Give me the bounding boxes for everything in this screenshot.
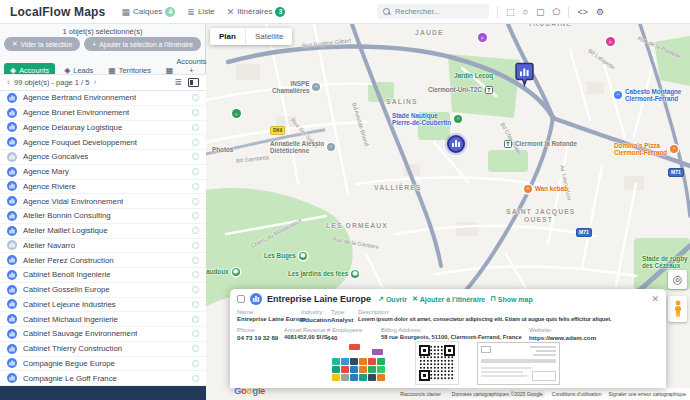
list-item[interactable]: Agence Bertrand Environnement [0, 91, 206, 106]
selection-actions: ✕Vider la sélection +Ajouter la sélectio… [0, 37, 205, 51]
panel-fields-row2: Phone:04 73 19 32 89 Annual Revenue:4081… [237, 327, 659, 341]
shortcuts-link[interactable]: Raccourcis clavier [398, 390, 443, 398]
itineraires-button[interactable]: ✕ Itinéraires 3 [227, 7, 286, 17]
list-item[interactable]: Agence Riviere [0, 180, 206, 195]
select-radio[interactable] [192, 271, 199, 278]
select-radio[interactable] [192, 212, 199, 219]
poi-icon: ◦ [670, 145, 678, 153]
company-logo-icon [7, 240, 17, 250]
map-type-satellite[interactable]: Satellite [245, 28, 292, 45]
open-link[interactable]: ↗Ouvrir [378, 295, 407, 303]
list-item[interactable]: Agence Fouquet Developpement [0, 135, 206, 150]
search-input[interactable]: Rechercher... [377, 4, 489, 19]
select-radio[interactable] [192, 124, 199, 131]
list-item[interactable]: Cabinet Sauvage Environnement [0, 327, 206, 342]
qr-code-image[interactable] [415, 341, 459, 385]
poi-montaudoux: de Montaudoux ❀ [206, 268, 240, 276]
select-radio[interactable] [192, 198, 199, 205]
company-logo-icon [7, 299, 17, 309]
select-radio[interactable] [192, 153, 199, 160]
report-error-link[interactable]: Signaler une erreur cartographique [608, 391, 686, 397]
company-logo-icon [7, 344, 17, 354]
list-item[interactable]: Agence Vidal Environnement [0, 194, 206, 209]
list-item[interactable]: Compagnie Le Goff France [0, 371, 206, 386]
select-radio[interactable] [192, 301, 199, 308]
card-view-icon[interactable] [188, 78, 199, 87]
company-checkbox[interactable] [237, 295, 245, 303]
company-logo-icon [7, 270, 17, 280]
list-item[interactable]: Cabinet Benoit Ingenierie [0, 268, 206, 283]
select-radio[interactable] [192, 109, 199, 116]
prev-page-button[interactable]: ‹ [7, 78, 10, 87]
list-item[interactable]: Agence Brunet Environnement [0, 106, 206, 121]
liste-button[interactable]: ≣ Liste [187, 7, 214, 17]
terms-link[interactable]: Conditions d'utilisation [552, 391, 602, 397]
map-type-plan[interactable]: Plan [210, 28, 245, 45]
calques-button[interactable]: ▦ Calques 4 [121, 7, 175, 17]
poi-wan-kebab: ◦ Wan kebab [524, 185, 568, 193]
app-title: LocalFlow Maps [10, 5, 105, 19]
company-marker[interactable] [447, 135, 465, 153]
company-logo-icon [7, 358, 17, 368]
invoice-document-image[interactable] [477, 342, 560, 385]
circle-draw-icon[interactable]: ○ [523, 7, 528, 17]
sidebar-footer-bar [0, 386, 206, 400]
list-item[interactable]: Atelier Navarro [0, 239, 206, 254]
rectangle-draw-icon[interactable]: ▢ [536, 7, 545, 17]
list-item[interactable]: Cabinet Michaud Ingenierie [0, 312, 206, 327]
list-item[interactable]: Agence Mary [0, 165, 206, 180]
select-radio[interactable] [192, 360, 199, 367]
poi-icon-pink[interactable]: ▫ [606, 37, 615, 46]
select-radio[interactable] [192, 183, 199, 190]
list-item[interactable]: Cabinet Thierry Construction [0, 342, 206, 357]
selected-company-pin[interactable] [515, 62, 534, 87]
select-radio[interactable] [192, 242, 199, 249]
gear-icon[interactable]: ⚙ [596, 7, 604, 17]
select-radio[interactable] [192, 94, 199, 101]
company-name: Entreprise Laine Europe [267, 294, 371, 304]
company-logo-icon [7, 152, 17, 162]
select-radio[interactable] [192, 139, 199, 146]
polygon-draw-icon[interactable]: ⬠ [553, 7, 561, 17]
add-to-route-link[interactable]: ✕Ajouter à l'itinéraire [412, 295, 485, 303]
my-location-button[interactable]: ◎ [668, 270, 687, 289]
select-radio[interactable] [192, 345, 199, 352]
list-item[interactable]: Atelier Perez Construction [0, 253, 206, 268]
select-radio[interactable] [192, 227, 199, 234]
select-radio[interactable] [192, 375, 199, 382]
street-view-pegman[interactable] [668, 296, 687, 322]
list-item[interactable]: Cabinet Lejeune Industries [0, 298, 206, 313]
list-item[interactable]: Compagnie Begue Europe [0, 357, 206, 372]
company-logo-icon [7, 255, 17, 265]
next-page-button[interactable]: › [93, 78, 96, 87]
list-item[interactable]: Agence Delaunay Logistique [0, 121, 206, 136]
marquee-select-icon[interactable]: ⬚ [506, 7, 515, 17]
show-map-link[interactable]: ⊓Show map [490, 295, 532, 303]
list-item[interactable]: Atelier Maillet Logistique [0, 224, 206, 239]
select-radio[interactable] [192, 257, 199, 264]
list-item[interactable]: Cabinet Gosselin Europe [0, 283, 206, 298]
divider [568, 6, 569, 18]
tram-icon: T [485, 86, 493, 94]
company-logo-icon [7, 314, 17, 324]
list-item[interactable]: Atelier Bonnin Consulting [0, 209, 206, 224]
clear-selection-button[interactable]: ✕Vider la sélection [4, 37, 80, 51]
poi-jardins-fees: Les jardins des fées ❀ [288, 270, 359, 278]
map-canvas[interactable]: JAUDE TRUDAINE SALINS VALLIÈRES LES ORME… [206, 24, 690, 400]
select-radio[interactable] [192, 330, 199, 337]
list-view-icon[interactable]: ≣ [174, 78, 182, 87]
select-radio[interactable] [192, 316, 199, 323]
close-icon[interactable]: ✕ [651, 294, 659, 304]
route-icon: ✕ [412, 295, 418, 303]
poi-icon-purple[interactable]: ▫ [478, 33, 487, 42]
layers-icon: ▦ [121, 7, 130, 17]
select-radio[interactable] [192, 168, 199, 175]
code-icon[interactable]: <> [577, 7, 588, 17]
org-chart-image[interactable] [332, 344, 386, 384]
company-logo-icon [7, 285, 17, 295]
topbar: LocalFlow Maps ▦ Calques 4 ≣ Liste ✕ Iti… [0, 0, 690, 24]
list-item[interactable]: Agence Goncalves [0, 150, 206, 165]
add-selection-to-route-button[interactable]: +Ajouter la sélection à l'itinéraire [84, 37, 201, 51]
area-label: OUEST [524, 216, 553, 223]
select-radio[interactable] [192, 286, 199, 293]
